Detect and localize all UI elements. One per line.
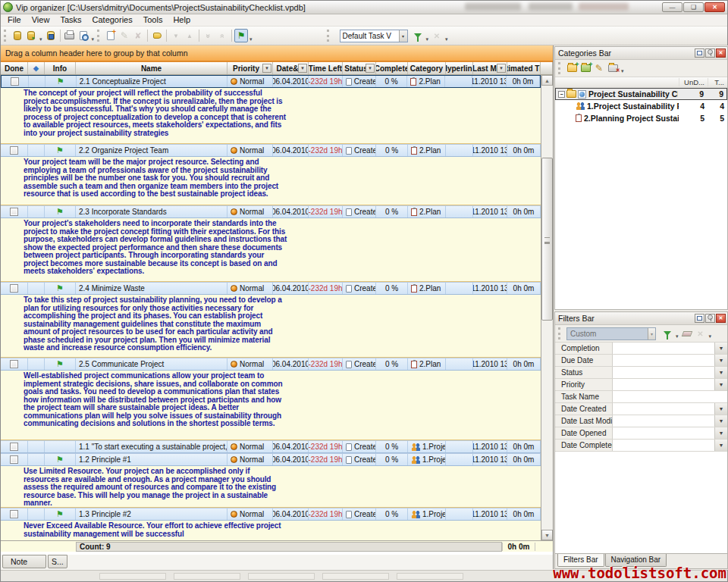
combo-spinner-icon[interactable]: ▾ — [399, 30, 407, 42]
task-row[interactable]: ⚑ 1.3 Principle #2 Normal 06.04.2010 -23… — [1, 508, 541, 521]
minimize-button[interactable]: — — [662, 2, 682, 12]
toolbar-overflow-icon[interactable]: ▾ — [92, 36, 95, 45]
new-task-icon[interactable] — [104, 29, 118, 42]
panel-float-icon[interactable] — [695, 48, 704, 58]
date-filter-button[interactable]: ▼ — [298, 64, 307, 73]
panel-float-icon[interactable] — [695, 314, 704, 323]
column-total[interactable]: T... — [708, 78, 727, 86]
task-row[interactable]: ⚑ 2.5 Communicate Project Normal 06.04.2… — [1, 358, 541, 371]
filter-dropdown-button[interactable]: ▼ — [714, 355, 727, 366]
task-row[interactable]: ⚑ 2.2 Organize Project Team Normal 06.04… — [1, 144, 541, 157]
category-item[interactable]: 1.Project Sustainability Princip 4 4 — [555, 100, 727, 112]
done-checkbox[interactable] — [10, 146, 18, 155]
filter-dropdown-button[interactable]: ▼ — [714, 367, 727, 378]
menu-tasks[interactable]: Tasks — [55, 14, 86, 26]
apply-filter-icon[interactable] — [661, 327, 674, 340]
panel-pin-icon[interactable] — [705, 314, 715, 323]
menu-help[interactable]: Help — [168, 14, 196, 26]
filter-value[interactable] — [613, 403, 714, 415]
last-modified-filter-button[interactable]: ▼ — [497, 64, 506, 73]
column-date[interactable]: Date&▼ — [273, 62, 309, 74]
task-row[interactable]: ⚑ 2.1 Conceptualize Project Normal 06.04… — [1, 75, 541, 88]
done-checkbox[interactable] — [10, 443, 18, 451]
task-note-preview[interactable]: Use Limited Resource. Your project can b… — [1, 466, 541, 508]
task-row[interactable]: 1.1 "To start executing a sustainable pr… — [1, 440, 541, 453]
column-complete[interactable]: Complete — [376, 62, 408, 74]
panel-close-icon[interactable]: ✕ — [716, 48, 726, 58]
grid-vertical-scrollbar[interactable]: ▲ ▼ — [541, 75, 553, 540]
open-database-icon[interactable] — [24, 29, 38, 42]
close-button[interactable]: ✕ — [704, 2, 725, 12]
move-up-icon[interactable]: ▲ — [183, 29, 196, 42]
task-row[interactable]: ⚑ 1.2 Principle #1 Normal 06.04.2010 -23… — [1, 453, 541, 466]
delete-task-icon[interactable]: ✘ — [131, 29, 145, 42]
category-item[interactable]: 2.Planning Project Sustainabil 5 5 — [555, 112, 727, 124]
filter-dropdown-button[interactable]: ▼ — [714, 415, 727, 427]
scroll-up-icon[interactable]: ▲ — [541, 75, 553, 86]
task-row[interactable]: ⚑ 2.3 Incorporate Standards Normal 06.04… — [1, 205, 541, 218]
tab-note[interactable]: Note — [2, 555, 46, 568]
done-checkbox[interactable] — [10, 455, 18, 464]
menu-categories[interactable]: Categories — [87, 14, 138, 26]
column-done[interactable]: Done — [1, 62, 28, 74]
menu-tools[interactable]: Tools — [138, 14, 168, 26]
toolbar-overflow-icon[interactable]: ▾ — [445, 36, 448, 45]
filter-value[interactable] — [613, 440, 714, 451]
column-info[interactable]: Info — [45, 62, 76, 74]
new-subcategory-icon[interactable] — [579, 61, 592, 75]
filter-preset-combo[interactable]: Custom ▾ — [566, 327, 656, 340]
new-category-icon[interactable] — [565, 61, 579, 75]
panel-close-icon[interactable]: ✕ — [716, 314, 726, 323]
view-dropdown-icon[interactable]: ▾ — [426, 36, 429, 45]
filter-dropdown-button[interactable]: ▼ — [714, 343, 727, 354]
status-filter-button[interactable]: ▼ — [366, 64, 375, 73]
filter-dropdown-icon[interactable]: ▾ — [676, 333, 679, 342]
filter-value[interactable] — [613, 379, 714, 390]
panel-pin-icon[interactable] — [705, 48, 715, 58]
combo-spinner-icon[interactable]: ▾ — [648, 328, 655, 340]
done-checkbox[interactable] — [10, 208, 18, 216]
move-down-icon[interactable]: ▼ — [169, 29, 183, 42]
task-note-preview[interactable]: Your project's stakeholders need to inco… — [1, 218, 541, 282]
menu-file[interactable]: File — [2, 14, 27, 26]
apply-view-icon[interactable] — [411, 29, 425, 42]
column-priority-icon[interactable]: ◆ — [28, 62, 45, 74]
filter-dropdown-button[interactable]: ▼ — [714, 440, 727, 451]
save-database-icon[interactable] — [44, 29, 58, 42]
filter-value[interactable] — [613, 367, 714, 378]
maximize-button[interactable]: ❏ — [683, 2, 704, 12]
done-checkbox[interactable] — [11, 77, 19, 86]
column-hyperlink[interactable]: Hyperlink — [446, 62, 473, 74]
move-top-icon[interactable]: » — [215, 29, 229, 42]
tab-shared[interactable]: S... — [48, 555, 67, 568]
group-by-band[interactable]: Drag a column header here to group by th… — [1, 45, 553, 62]
column-last-modified[interactable]: Last Mo▼ — [473, 62, 507, 74]
column-undone[interactable]: UnD... — [679, 78, 708, 86]
edit-category-icon[interactable]: ✎ — [592, 61, 606, 75]
task-note-preview[interactable]: The concept of your project will reflect… — [1, 88, 541, 144]
remove-filter-icon[interactable]: ✕ — [694, 327, 708, 340]
move-bottom-icon[interactable]: » — [202, 29, 215, 42]
print-icon[interactable] — [63, 29, 77, 42]
column-name[interactable]: Name — [76, 62, 228, 74]
toolbar-overflow-icon[interactable]: ▾ — [709, 333, 712, 342]
toolbar-overflow-icon[interactable]: ▾ — [621, 68, 624, 77]
scrollbar-track[interactable] — [541, 86, 553, 530]
new-database-icon[interactable] — [11, 29, 24, 42]
column-estimated-time[interactable]: timated Ti — [507, 62, 541, 74]
task-row[interactable]: ⚑ 2.4 Minimize Waste Normal 06.04.2010 -… — [1, 282, 541, 295]
delete-category-icon[interactable] — [606, 61, 620, 75]
filter-value[interactable] — [613, 415, 714, 427]
column-status[interactable]: Status▼ — [343, 62, 376, 74]
menu-view[interactable]: View — [27, 14, 55, 26]
task-note-preview[interactable]: Your project team will be the major proj… — [1, 157, 541, 205]
filter-value[interactable] — [613, 427, 714, 439]
done-checkbox[interactable] — [10, 510, 18, 518]
clear-view-icon[interactable]: ✕ — [430, 29, 444, 42]
filter-dropdown-button[interactable]: ▼ — [714, 403, 727, 415]
edit-task-icon[interactable]: ✎ — [118, 29, 131, 42]
task-note-preview[interactable]: Never Exceed Available Resource. Your ef… — [1, 521, 541, 540]
flag-dropdown-icon[interactable]: ▾ — [249, 36, 253, 45]
collapse-icon[interactable]: − — [558, 91, 565, 98]
open-dropdown-icon[interactable]: ▾ — [39, 36, 42, 45]
